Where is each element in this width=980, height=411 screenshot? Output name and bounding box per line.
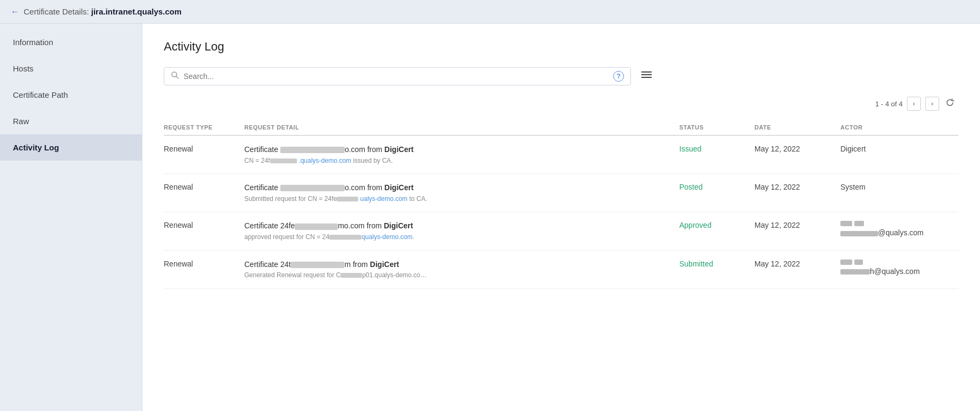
cell-status: Submitted [679, 259, 754, 268]
cell-actor: System [840, 183, 959, 191]
col-status: STATUS [679, 124, 754, 131]
svg-line-1 [176, 76, 178, 78]
cell-date: May 12, 2022 [754, 221, 840, 229]
cell-request-detail: Certificate o.com from DigiCert CN = 24f… [244, 145, 679, 165]
cell-actor: @qualys.com [840, 221, 959, 237]
cell-request-type: Renewal [164, 221, 244, 229]
sidebar-item-raw[interactable]: Raw [0, 108, 142, 134]
sidebar-item-activity-log[interactable]: Activity Log [0, 134, 142, 161]
cell-request-detail: Certificate 24tm from DigiCert Generated… [244, 259, 679, 280]
pagination-text: 1 - 4 of 4 [875, 100, 903, 108]
sidebar-item-certificate-path[interactable]: Certificate Path [0, 82, 142, 108]
table-row: Renewal Certificate o.com from DigiCert … [164, 174, 959, 212]
pagination-row: 1 - 4 of 4 ‹ › [164, 96, 959, 111]
table-header: REQUEST TYPE REQUEST DETAIL STATUS DATE … [164, 120, 959, 136]
search-bar-row: ? [164, 67, 959, 85]
prev-page-button[interactable]: ‹ [907, 97, 921, 111]
cell-actor: Digicert [840, 145, 959, 153]
col-date: DATE [754, 124, 840, 131]
main-layout: Information Hosts Certificate Path Raw A… [0, 24, 980, 411]
cell-request-type: Renewal [164, 259, 244, 268]
app-container: ← Certificate Details: jira.intranet.qua… [0, 0, 980, 411]
col-request-type: REQUEST TYPE [164, 124, 244, 131]
top-bar-label: Certificate Details: [24, 7, 89, 16]
back-button[interactable]: ← [11, 7, 19, 17]
help-icon[interactable]: ? [613, 71, 624, 82]
filter-icon[interactable] [637, 67, 656, 85]
sidebar-item-hosts[interactable]: Hosts [0, 55, 142, 82]
search-icon [171, 71, 179, 81]
cell-actor: h@qualys.com [840, 259, 959, 276]
col-actor: ACTOR [840, 124, 959, 131]
page-title: Activity Log [164, 40, 959, 54]
cell-request-type: Renewal [164, 183, 244, 191]
cell-status: Approved [679, 221, 754, 229]
search-container: ? [164, 67, 631, 85]
top-bar-title: jira.intranet.qualys.com [91, 7, 182, 16]
sidebar-item-information[interactable]: Information [0, 29, 142, 55]
table-row: Renewal Certificate 24femo.com from Digi… [164, 212, 959, 250]
cell-date: May 12, 2022 [754, 145, 840, 153]
sidebar: Information Hosts Certificate Path Raw A… [0, 24, 142, 411]
table-row: Renewal Certificate 24tm from DigiCert G… [164, 251, 959, 289]
next-page-button[interactable]: › [925, 97, 939, 111]
table-row: Renewal Certificate o.com from DigiCert … [164, 136, 959, 174]
top-bar: ← Certificate Details: jira.intranet.qua… [0, 0, 980, 24]
cell-status: Issued [679, 145, 754, 153]
cell-request-type: Renewal [164, 145, 244, 153]
refresh-button[interactable] [943, 96, 956, 111]
cell-status: Posted [679, 183, 754, 191]
cell-date: May 12, 2022 [754, 259, 840, 268]
col-request-detail: REQUEST DETAIL [244, 124, 679, 131]
table-container: REQUEST TYPE REQUEST DETAIL STATUS DATE … [164, 120, 959, 289]
cell-request-detail: Certificate o.com from DigiCert Submitte… [244, 183, 679, 203]
search-input[interactable] [184, 72, 609, 81]
content-area: Activity Log ? [142, 24, 980, 411]
cell-request-detail: Certificate 24femo.com from DigiCert app… [244, 221, 679, 241]
cell-date: May 12, 2022 [754, 183, 840, 191]
